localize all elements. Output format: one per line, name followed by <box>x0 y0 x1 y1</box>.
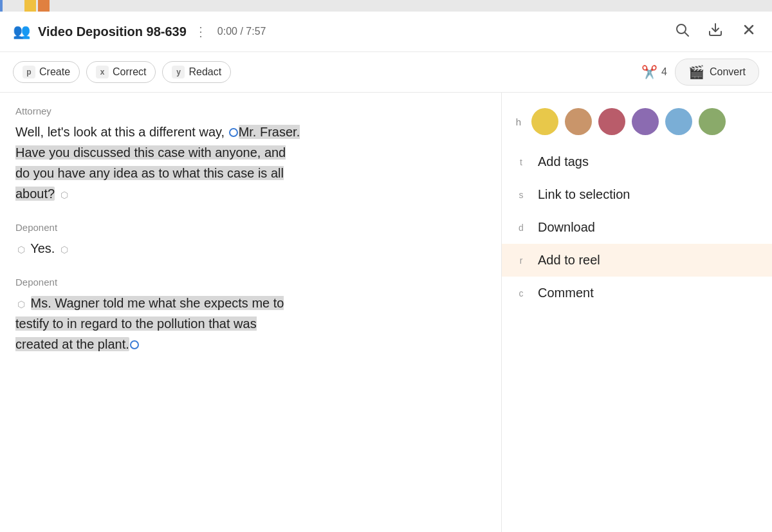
color-row: h <box>502 103 772 145</box>
svg-line-1 <box>685 33 688 36</box>
convert-label: Convert <box>710 66 746 78</box>
progress-indicator <box>24 0 50 12</box>
correct-button[interactable]: x Correct <box>86 61 156 83</box>
color-blue[interactable] <box>665 108 692 135</box>
drag-handle-1[interactable]: ⬡ <box>17 243 25 257</box>
create-button[interactable]: p Create <box>13 61 80 83</box>
transcript-block-1: Deponent ⬡ Yes. ⬡ <box>15 222 486 259</box>
progress-tick-yellow <box>24 0 36 12</box>
convert-button[interactable]: 🎬 Convert <box>675 59 759 86</box>
transcript-panel: Attorney Well, let's look at this a diff… <box>0 93 502 532</box>
menu-add-tags[interactable]: t Add tags <box>502 145 772 178</box>
scissors-number: 4 <box>661 66 667 78</box>
close-button[interactable] <box>739 19 759 44</box>
transcript-text-0: Well, let's look at this a different way… <box>15 122 486 204</box>
download-key: d <box>515 223 528 233</box>
context-menu-panel: h t Add tags s Link to selection <box>502 93 772 532</box>
color-key: h <box>512 116 525 127</box>
progress-bar-area <box>0 0 772 12</box>
create-key: p <box>23 66 35 78</box>
add-tags-label: Add tags <box>538 154 759 169</box>
color-yellow[interactable] <box>531 108 558 135</box>
menu-download[interactable]: d Download <box>502 211 772 244</box>
color-circles <box>531 108 726 135</box>
progress-tick-orange <box>38 0 50 12</box>
scissors-count: ✂️ 4 <box>641 64 667 80</box>
scissors-icon: ✂️ <box>641 64 657 80</box>
download-button[interactable] <box>705 19 726 44</box>
link-key: s <box>515 190 528 200</box>
comment-label: Comment <box>538 286 759 300</box>
speaker-deponent-2: Deponent <box>15 277 486 288</box>
video-deposition-icon: 👥 <box>13 23 30 40</box>
cursor-dot-end <box>130 340 139 349</box>
correct-key: x <box>96 66 109 78</box>
highlighted-text-2: Ms. Wagner told me what she expects me t… <box>15 296 284 351</box>
color-rose[interactable] <box>598 108 625 135</box>
main-container: 👥 Video Deposition 98-639 ⋮ 0:00 / 7:57 <box>0 0 772 532</box>
highlighted-text-0: Mr. Fraser.Have you discussed this case … <box>15 125 300 201</box>
search-button[interactable] <box>672 19 692 44</box>
add-reel-key: r <box>515 255 528 266</box>
transcript-block-2: Deponent ⬡ Ms. Wagner told me what she e… <box>15 277 486 354</box>
download-label: Download <box>538 220 759 235</box>
toolbar-right: ✂️ 4 🎬 Convert <box>641 59 759 86</box>
redact-key: y <box>172 66 185 78</box>
add-reel-label: Add to reel <box>538 253 759 268</box>
toolbar-left: p Create x Correct y Redact <box>13 61 231 83</box>
drag-handle-0[interactable]: ⬡ <box>60 188 68 202</box>
color-green[interactable] <box>699 108 726 135</box>
content-area: Attorney Well, let's look at this a diff… <box>0 93 772 532</box>
color-tan[interactable] <box>565 108 592 135</box>
add-tags-key: t <box>515 157 528 167</box>
create-label: Create <box>39 66 70 78</box>
left-border <box>0 0 3 12</box>
svg-point-0 <box>677 24 686 33</box>
drag-handle-3[interactable]: ⬡ <box>17 297 25 311</box>
playback-time: 0:00 / 7:57 <box>217 26 266 37</box>
redact-label: Redact <box>188 66 221 78</box>
more-options-button[interactable]: ⋮ <box>194 24 207 39</box>
header-right <box>672 19 759 44</box>
header: 👥 Video Deposition 98-639 ⋮ 0:00 / 7:57 <box>0 12 772 52</box>
drag-handle-2[interactable]: ⬡ <box>60 243 68 257</box>
menu-comment[interactable]: c Comment <box>502 277 772 309</box>
transcript-block-0: Attorney Well, let's look at this a diff… <box>15 105 486 204</box>
header-title: Video Deposition 98-639 <box>38 24 187 39</box>
transcript-text-1: ⬡ Yes. ⬡ <box>15 238 486 259</box>
color-purple[interactable] <box>632 108 659 135</box>
menu-add-to-reel[interactable]: r Add to reel <box>502 244 772 277</box>
redact-button[interactable]: y Redact <box>162 61 231 83</box>
header-left: 👥 Video Deposition 98-639 ⋮ 0:00 / 7:57 <box>13 23 266 40</box>
menu-link-to-selection[interactable]: s Link to selection <box>502 178 772 211</box>
comment-key: c <box>515 288 528 298</box>
transcript-text-2: ⬡ Ms. Wagner told me what she expects me… <box>15 293 486 354</box>
convert-icon: 🎬 <box>688 64 704 80</box>
cursor-dot-start <box>229 128 238 137</box>
link-label: Link to selection <box>538 187 759 202</box>
correct-label: Correct <box>113 66 146 78</box>
speaker-deponent-1: Deponent <box>15 222 486 233</box>
speaker-attorney: Attorney <box>15 105 486 116</box>
toolbar: p Create x Correct y Redact ✂️ 4 🎬 Conve… <box>0 52 772 93</box>
